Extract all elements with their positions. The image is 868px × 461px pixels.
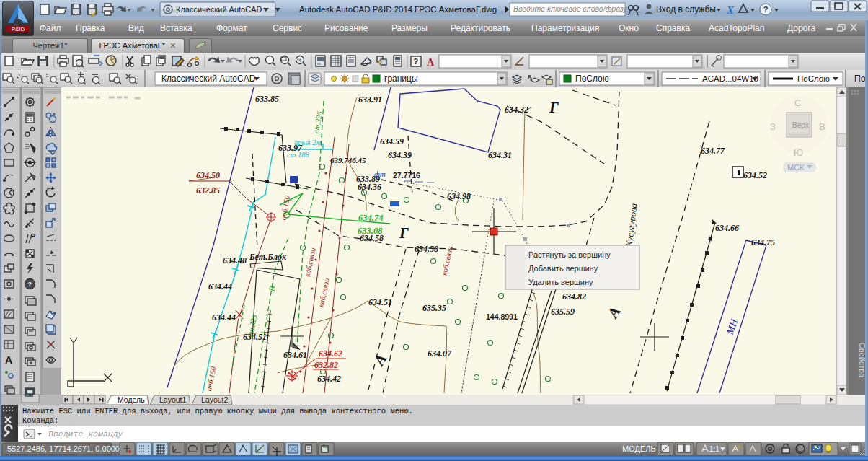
svg-text:МН: МН [724, 317, 740, 336]
svg-text:Вставка: Вставка [160, 23, 192, 33]
svg-text:634.44: 634.44 [212, 312, 236, 322]
svg-text:Кусугурова: Кусугурова [623, 202, 639, 248]
svg-text:Растянуть за вершину: Растянуть за вершину [528, 250, 611, 259]
svg-text:арыя 2м.: арыя 2м. [294, 139, 323, 146]
svg-text:Ю: Ю [794, 147, 803, 158]
svg-text:633.85: 633.85 [255, 94, 279, 104]
svg-text:Модель: Модель [118, 395, 145, 404]
svg-text:634.62: 634.62 [319, 348, 342, 359]
svg-text:144.8991: 144.8991 [486, 312, 518, 321]
svg-text:P&ID: P&ID [12, 26, 25, 32]
svg-text:Layout2: Layout2 [201, 395, 229, 404]
svg-text:634.66: 634.66 [715, 223, 739, 233]
svg-text:632.85: 632.85 [196, 185, 220, 196]
svg-text:P: P [31, 232, 35, 240]
svg-text:634.82: 634.82 [562, 291, 586, 302]
svg-text:Autodesk AutoCAD P&ID 2014: Autodesk AutoCAD P&ID 2014 [299, 5, 413, 14]
svg-text:Удалить вершину: Удалить вершину [528, 278, 593, 286]
svg-text:каб.связи: каб.связи [317, 277, 331, 308]
svg-text:634.32: 634.32 [505, 105, 528, 115]
svg-text:Введите ключевое слово/фразу: Введите ключевое слово/фразу [513, 4, 627, 13]
svg-text:?: ? [763, 5, 769, 14]
svg-text:A: A [427, 57, 435, 68]
svg-text:ПоСлою: ПоСлою [575, 74, 609, 84]
svg-text:634.75: 634.75 [751, 237, 775, 247]
svg-text:ACAD...04W10: ACAD...04W10 [702, 74, 758, 83]
svg-text:Редактировать: Редактировать [451, 23, 510, 33]
svg-text:634.50: 634.50 [196, 170, 220, 180]
svg-text:Добавить вершину: Добавить вершину [528, 264, 598, 273]
svg-text:635.59: 635.59 [551, 307, 575, 317]
svg-text:633.08: 633.08 [358, 226, 383, 236]
svg-text:Классический AutoCAD: Классический AutoCAD [176, 5, 262, 14]
svg-text:634.59: 634.59 [380, 136, 404, 146]
svg-text:5527.2486, 17714.2671, 0.0000: 5527.2486, 17714.2671, 0.0000 [7, 444, 120, 453]
svg-text:З: З [770, 121, 776, 132]
svg-text:1:1: 1:1 [709, 445, 719, 453]
svg-text:анб.150: анб.150 [205, 365, 218, 391]
svg-text:X: X [726, 4, 735, 16]
svg-text:634.51: 634.51 [368, 297, 392, 307]
svg-text:Размеры: Размеры [391, 23, 428, 33]
svg-text:634.48: 634.48 [223, 255, 247, 265]
svg-text:634.52: 634.52 [743, 170, 767, 180]
svg-text:По: По [854, 74, 866, 84]
svg-text:Свойства: Свойства [858, 343, 865, 378]
svg-text:Г: Г [399, 224, 409, 242]
svg-text:634.77: 634.77 [701, 146, 725, 156]
svg-text:632.82: 632.82 [314, 360, 338, 370]
svg-text:Файл: Файл [40, 23, 61, 33]
svg-text:AcadTopoPlan: AcadTopoPlan [709, 23, 764, 33]
svg-text:Справка: Справка [656, 23, 690, 33]
svg-text:Вид: Вид [128, 23, 144, 33]
svg-text:634.61: 634.61 [283, 350, 307, 360]
svg-text:A: A [5, 354, 12, 366]
svg-text:Дорога: Дорога [787, 23, 815, 33]
svg-text:С: С [794, 97, 801, 108]
svg-text:МОДЕЛЬ: МОДЕЛЬ [622, 444, 656, 453]
svg-text:634.58: 634.58 [415, 244, 438, 254]
svg-text:ст.188: ст.188 [287, 151, 309, 159]
svg-text:634.36: 634.36 [358, 182, 381, 192]
svg-text:Г: Г [549, 99, 559, 116]
svg-text:Бет.Блок: Бет.Блок [249, 252, 287, 262]
svg-text:фт: фт [374, 170, 386, 178]
svg-text:каб.связи: каб.связи [304, 247, 317, 278]
svg-text:635.35: 635.35 [422, 303, 446, 313]
svg-text:?: ? [414, 57, 419, 66]
svg-text:Параметризация: Параметризация [531, 23, 599, 33]
svg-text:634.44: 634.44 [208, 281, 232, 291]
svg-text:коб.связи: коб.связи [440, 246, 454, 276]
svg-text:А: А [603, 304, 624, 322]
svg-text:Верх: Верх [792, 121, 809, 129]
svg-text:Вход в службы: Вход в службы [656, 4, 716, 14]
svg-text:634.39: 634.39 [388, 150, 412, 160]
svg-text:Окно: Окно [619, 23, 639, 33]
svg-text:634.07: 634.07 [428, 348, 452, 359]
svg-text:МСК: МСК [787, 163, 805, 172]
svg-text:ст.325: ст.325 [312, 111, 324, 134]
svg-text:Правка: Правка [76, 23, 105, 33]
svg-text:ПоСлою: ПоСлою [797, 74, 830, 83]
svg-text:639.74б.45: 639.74б.45 [330, 156, 366, 164]
svg-text:634.31: 634.31 [488, 150, 512, 160]
svg-text:Классический AutoCAD: Классический AutoCAD [161, 74, 256, 84]
svg-text:634.98: 634.98 [447, 191, 471, 201]
svg-text:границы: границы [384, 74, 418, 84]
svg-text:Формат: Формат [216, 23, 247, 33]
svg-text:В: В [819, 121, 825, 132]
svg-text:Рисование: Рисование [324, 23, 368, 33]
svg-text:%: % [297, 58, 301, 63]
svg-text:27.7716: 27.7716 [393, 171, 420, 180]
svg-text:Сервис: Сервис [273, 23, 302, 33]
svg-text:?: ? [28, 281, 32, 288]
svg-text:А: А [369, 351, 390, 369]
svg-text:ГРЭС АхметоваГ.dwg: ГРЭС АхметоваГ.dwg [415, 5, 497, 14]
svg-text:634.74: 634.74 [358, 213, 383, 223]
svg-text:633.91: 633.91 [358, 95, 382, 105]
svg-text:634.42: 634.42 [317, 374, 341, 384]
svg-text:Layout1: Layout1 [159, 395, 187, 404]
